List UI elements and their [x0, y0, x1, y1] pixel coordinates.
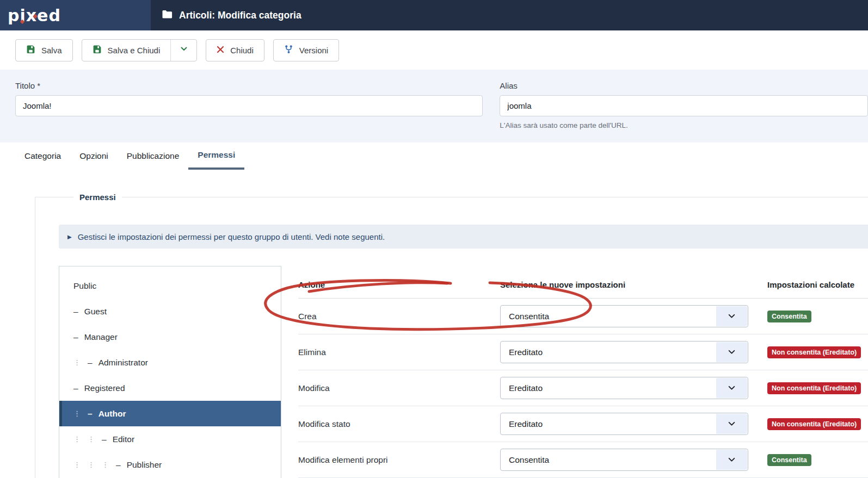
title-input[interactable] [15, 95, 483, 116]
chevron-down-icon [716, 378, 747, 398]
alias-input[interactable] [500, 95, 868, 116]
column-header-action: Azione [298, 280, 500, 289]
group-label: Author [99, 409, 126, 419]
tab-permessi[interactable]: Permessi [188, 142, 244, 170]
permission-row: CreaConsentitaConsentita [298, 299, 868, 334]
versions-button[interactable]: Versioni [273, 39, 339, 61]
permissions-table: Azione Seleziona le nuove impostazioni I… [298, 266, 868, 478]
save-close-split-button: Salva e Chiudi [82, 39, 198, 61]
group-item-manager[interactable]: –Manager [59, 324, 281, 350]
permission-select[interactable]: Ereditato [500, 341, 748, 363]
action-label: Crea [298, 312, 500, 321]
selected-option: Consentita [509, 455, 549, 465]
tree-dash: – [102, 434, 107, 444]
group-item-guest[interactable]: –Guest [59, 299, 281, 324]
indent-dots: ⋮ [73, 461, 88, 469]
permissions-fieldset: Permessi ▶ Gestisci le impostazioni dei … [35, 193, 868, 478]
status-badge: Non consentita (Ereditato) [767, 382, 861, 394]
group-label: Public [73, 281, 96, 291]
indent-dots: ⋮ [88, 461, 102, 469]
category-form-header: Titolo * Alias L'Alias sarà usato come p… [0, 70, 868, 142]
group-label: Editor [113, 434, 135, 444]
indent-dots: ⋮ [73, 358, 88, 367]
save-button[interactable]: Salva [15, 39, 73, 61]
permission-row: Modifica elementi propriConsentitaConsen… [298, 442, 868, 478]
group-label: Publisher [127, 460, 162, 470]
chevron-down-icon [180, 45, 188, 55]
status-badge: Non consentita (Ereditato) [767, 418, 861, 430]
group-label: Registered [84, 383, 125, 393]
group-label: Manager [84, 332, 118, 342]
group-item-editor[interactable]: ⋮⋮–Editor [59, 426, 281, 452]
column-header-calculated: Impostazioni calcolate [767, 280, 868, 289]
page-title: Articoli: Modifica categoria [179, 10, 301, 21]
group-label: Administrator [99, 358, 148, 368]
floppy-disk-icon [93, 45, 102, 55]
tree-dash: – [73, 332, 78, 342]
alias-label: Alias [500, 81, 868, 90]
permissions-legend: Permessi [73, 193, 122, 202]
x-mark-icon [217, 46, 224, 55]
indent-dots: ⋮ [73, 435, 88, 443]
permission-row: ModificaEreditatoNon consentita (Eredita… [298, 370, 868, 406]
status-badge: Non consentita (Ereditato) [767, 346, 861, 358]
group-item-registered[interactable]: –Registered [59, 375, 281, 401]
permission-row: EliminaEreditatoNon consentita (Ereditat… [298, 334, 868, 370]
tree-dash: – [73, 383, 78, 393]
tree-dash: – [88, 358, 93, 368]
save-options-dropdown-toggle[interactable] [171, 40, 196, 61]
tab-pubblicazione[interactable]: Pubblicazione [118, 142, 189, 170]
action-label: Elimina [298, 347, 500, 357]
status-badge: Consentita [767, 311, 811, 322]
tree-dash: – [116, 460, 121, 470]
tab-opzioni[interactable]: Opzioni [70, 142, 118, 170]
chevron-down-icon [716, 342, 747, 362]
user-groups-list: Public–Guest–Manager⋮–Administrator–Regi… [59, 266, 281, 478]
selected-option: Consentita [509, 312, 549, 321]
chevron-down-icon [716, 450, 747, 470]
tab-bar: CategoriaOpzioniPubblicazionePermessi [0, 142, 868, 170]
group-item-author[interactable]: ⋮–Author [59, 401, 281, 426]
indent-dots: ⋮ [73, 409, 88, 418]
title-label: Titolo * [15, 81, 483, 90]
action-label: Modifica [298, 383, 500, 393]
tab-categoria[interactable]: Categoria [15, 142, 70, 170]
status-badge: Consentita [767, 454, 811, 466]
chevron-down-icon [716, 306, 747, 326]
action-label: Modifica elementi propri [298, 455, 500, 465]
group-item-administrator[interactable]: ⋮–Administrator [59, 350, 281, 375]
group-item-publisher[interactable]: ⋮⋮⋮–Publisher [59, 452, 281, 477]
indent-dots: ⋮ [102, 461, 116, 469]
permissions-note[interactable]: ▶ Gestisci le impostazioni dei permessi … [59, 225, 868, 249]
save-close-button[interactable]: Salva e Chiudi [82, 40, 171, 61]
tab-content: Permessi ▶ Gestisci le impostazioni dei … [0, 193, 868, 478]
indent-dots: ⋮ [88, 435, 102, 443]
folder-icon [162, 10, 173, 21]
permission-select[interactable]: Ereditato [500, 413, 748, 435]
selected-option: Ereditato [509, 347, 543, 357]
selected-option: Ereditato [509, 419, 543, 429]
permission-select[interactable]: Consentita [500, 449, 748, 471]
triangle-right-icon: ▶ [67, 234, 72, 240]
page-title-bar: Articoli: Modifica categoria [151, 0, 301, 30]
close-button[interactable]: Chiudi [206, 39, 264, 61]
chevron-down-icon [716, 414, 747, 434]
permission-select[interactable]: Consentita [500, 305, 748, 327]
action-label: Modifica stato [298, 419, 500, 429]
tree-dash: – [88, 409, 93, 419]
app-header: pixed Articoli: Modifica categoria [0, 0, 868, 30]
column-header-new-settings: Seleziona le nuove impostazioni [500, 280, 767, 289]
group-label: Guest [84, 307, 107, 316]
toolbar: Salva Salva e Chiudi Chiudi Versioni [0, 30, 868, 70]
permission-row: Modifica statoEreditatoNon consentita (E… [298, 406, 868, 442]
permission-select[interactable]: Ereditato [500, 377, 748, 399]
permissions-note-text: Gestisci le impostazioni dei permessi pe… [78, 232, 385, 241]
code-branch-icon [284, 45, 293, 55]
tree-dash: – [73, 307, 78, 316]
selected-option: Ereditato [509, 383, 543, 393]
floppy-disk-icon [26, 45, 35, 55]
group-item-public[interactable]: Public [59, 273, 281, 299]
permissions-table-header: Azione Seleziona le nuove impostazioni I… [298, 266, 868, 299]
app-logo[interactable]: pixed [0, 0, 151, 30]
alias-hint: L'Alias sarà usato come parte dell'URL. [500, 121, 868, 129]
